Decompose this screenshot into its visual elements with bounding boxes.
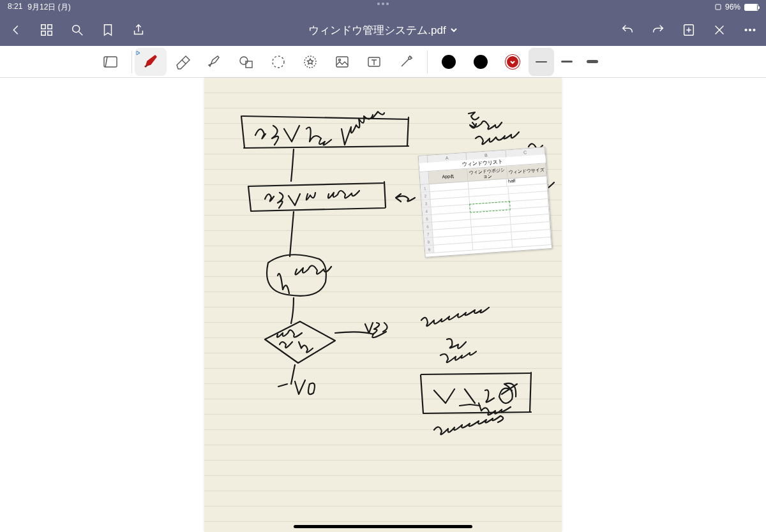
status-date: 9月12日 (月) — [27, 2, 70, 13]
svg-point-12 — [745, 29, 747, 31]
stamp-tool[interactable] — [294, 48, 326, 76]
text-tool[interactable] — [358, 48, 390, 76]
canvas-area[interactable]: A B C ウィンドウリスト App名 ウィンドウポジション ウィンドウサイズ … — [0, 78, 766, 532]
svg-rect-4 — [48, 31, 52, 35]
back-button[interactable] — [9, 23, 23, 37]
svg-point-14 — [753, 29, 755, 31]
multitask-dots[interactable] — [377, 3, 389, 5]
svg-rect-1 — [41, 25, 45, 29]
eraser-tool[interactable] — [167, 48, 199, 76]
svg-line-6 — [79, 32, 83, 36]
add-page-button[interactable] — [682, 23, 696, 37]
svg-point-16 — [240, 57, 248, 64]
color-2[interactable] — [465, 48, 497, 76]
shape-tool[interactable] — [230, 48, 262, 76]
chevron-down-icon — [450, 26, 458, 34]
status-bar: 8:21 9月12日 (月) 96% — [0, 0, 766, 14]
bookmark-button[interactable] — [101, 23, 115, 37]
page[interactable]: A B C ウィンドウリスト App名 ウィンドウポジション ウィンドウサイズ … — [204, 78, 562, 532]
battery-icon — [744, 4, 758, 11]
svg-point-5 — [73, 26, 80, 33]
color-1[interactable] — [433, 48, 465, 76]
bluetooth-icon — [135, 50, 141, 56]
title-bar: ウィンドウ管理システム.pdf — [0, 14, 766, 46]
svg-point-18 — [273, 56, 284, 68]
image-tool[interactable] — [326, 48, 358, 76]
svg-rect-20 — [336, 57, 348, 67]
svg-point-23 — [409, 57, 411, 59]
svg-rect-17 — [246, 61, 252, 68]
home-indicator[interactable] — [294, 525, 472, 528]
redo-button[interactable] — [651, 23, 665, 37]
color-3-selected[interactable] — [497, 48, 529, 76]
tool-bar — [0, 46, 766, 78]
grid-view-button[interactable] — [40, 23, 54, 37]
battery-percent: 96% — [725, 3, 740, 11]
undo-button[interactable] — [620, 23, 635, 37]
svg-rect-0 — [716, 4, 721, 10]
highlighter-tool[interactable] — [199, 48, 230, 76]
read-mode-button[interactable] — [94, 48, 126, 76]
svg-rect-3 — [41, 31, 45, 35]
orientation-lock-icon — [715, 4, 721, 10]
stroke-width-thick[interactable] — [580, 48, 605, 76]
status-time: 8:21 — [8, 2, 22, 13]
svg-point-13 — [749, 29, 751, 31]
stroke-width-med[interactable] — [554, 48, 580, 76]
svg-point-21 — [339, 59, 341, 61]
more-button[interactable] — [743, 23, 757, 37]
search-button[interactable] — [70, 23, 84, 37]
lasso-tool[interactable] — [262, 48, 294, 76]
share-button[interactable] — [131, 23, 146, 37]
svg-rect-2 — [48, 25, 52, 29]
stroke-width-thin[interactable] — [529, 48, 554, 76]
document-title[interactable]: ウィンドウ管理システム.pdf — [308, 23, 457, 38]
embedded-spreadsheet[interactable]: A B C ウィンドウリスト App名 ウィンドウポジション ウィンドウサイズ … — [418, 147, 553, 258]
close-button[interactable] — [712, 23, 726, 37]
handwriting-layer — [204, 78, 562, 532]
laser-tool[interactable] — [390, 48, 422, 76]
